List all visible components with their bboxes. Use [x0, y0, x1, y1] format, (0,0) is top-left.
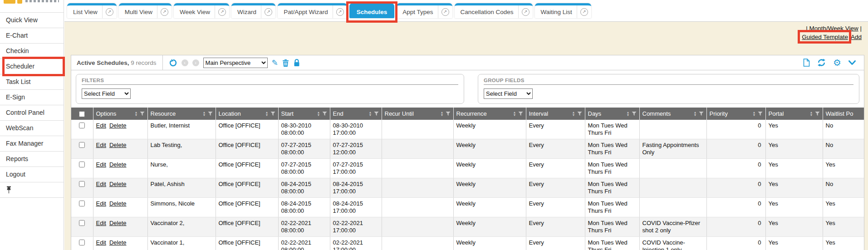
row-checkbox[interactable]: [79, 123, 85, 128]
row-checkbox[interactable]: [79, 181, 85, 187]
perspective-select[interactable]: Main Perspective: [203, 58, 268, 68]
sort-icon[interactable]: ▲▼: [753, 111, 756, 116]
filter-funnel-icon[interactable]: [758, 111, 763, 116]
column-header-end[interactable]: End▲▼: [330, 108, 382, 120]
column-header-priority[interactable]: Priority▲▼: [706, 108, 765, 120]
sort-icon[interactable]: ▲▼: [572, 111, 575, 116]
filter-funnel-icon[interactable]: [446, 111, 451, 116]
sidebar-item-logout[interactable]: Logout: [0, 167, 64, 182]
delete-link[interactable]: Delete: [109, 142, 127, 148]
filter-funnel-icon[interactable]: [322, 111, 327, 116]
sort-icon[interactable]: ▲▼: [317, 111, 320, 116]
tab-pat-appt-wizard[interactable]: Pat/Appt Wizard↗: [278, 3, 347, 18]
column-header-resource[interactable]: Resource▲▼: [147, 108, 216, 120]
filter-funnel-icon[interactable]: [699, 111, 704, 116]
filter-funnel-icon[interactable]: [632, 111, 637, 116]
sidebar-item-fax-manager[interactable]: Fax Manager: [0, 136, 64, 152]
settings-button[interactable]: ⚙: [833, 59, 841, 67]
row-checkbox[interactable]: [79, 220, 85, 226]
delete-link[interactable]: Delete: [109, 122, 127, 129]
row-checkbox[interactable]: [79, 240, 85, 245]
sort-icon[interactable]: ▲▼: [810, 111, 813, 116]
open-new-window-button[interactable]: ↗: [577, 5, 591, 18]
sidebar-item-quick-view[interactable]: Quick View: [0, 13, 64, 28]
delete-link[interactable]: Delete: [109, 200, 127, 207]
sidebar-item-scheduler[interactable]: Scheduler: [0, 59, 64, 74]
lock-perspective-button[interactable]: [293, 59, 300, 67]
open-new-window-button[interactable]: ↗: [261, 5, 275, 18]
column-header-portal[interactable]: Portal▲▼: [765, 108, 823, 120]
edit-link[interactable]: Edit: [96, 200, 106, 207]
filter-funnel-icon[interactable]: [270, 111, 275, 116]
tab-cancellation-codes[interactable]: Cancellation Codes↗: [455, 3, 533, 18]
sidebar-item-reports[interactable]: Reports: [0, 152, 64, 167]
sidebar-item-checkin[interactable]: Checkin: [0, 44, 64, 59]
delete-link[interactable]: Delete: [109, 161, 127, 168]
refresh-button[interactable]: [817, 59, 826, 67]
tab-week-view[interactable]: Week View↗: [174, 3, 229, 18]
filter-funnel-icon[interactable]: [374, 111, 379, 116]
column-header-interval[interactable]: Interval▲▼: [526, 108, 585, 120]
open-new-window-button[interactable]: ↗: [215, 5, 229, 18]
edit-link[interactable]: Edit: [96, 142, 106, 148]
column-header-recurrence[interactable]: Recurrence▲▼: [453, 108, 526, 120]
select-all-checkbox[interactable]: [79, 111, 85, 117]
tab-list-view[interactable]: List View↗: [67, 3, 117, 18]
month-week-view-link[interactable]: Month/Week View: [809, 25, 858, 32]
previous-perspective-button[interactable]: ‹: [181, 59, 188, 66]
open-new-window-button[interactable]: ↗: [519, 5, 533, 18]
filters-field-select[interactable]: Select Field: [82, 88, 131, 99]
delete-perspective-button[interactable]: [282, 59, 289, 67]
filter-funnel-icon[interactable]: [208, 111, 213, 116]
sidebar-pin-button[interactable]: [0, 182, 64, 198]
sort-icon[interactable]: ▲▼: [694, 111, 697, 116]
row-checkbox[interactable]: [79, 142, 85, 148]
edit-link[interactable]: Edit: [96, 122, 106, 129]
delete-link[interactable]: Delete: [109, 239, 127, 246]
filter-funnel-icon[interactable]: [815, 111, 820, 116]
sort-icon[interactable]: ▲▼: [265, 111, 269, 116]
edit-perspective-button[interactable]: ✎: [272, 58, 278, 67]
tab-appt-types[interactable]: Appt Types↗: [397, 3, 452, 18]
column-header-start[interactable]: Start▲▼: [278, 108, 330, 120]
edit-link[interactable]: Edit: [96, 220, 106, 226]
filter-funnel-icon[interactable]: [518, 111, 523, 116]
group-fields-field-select[interactable]: Select Field: [484, 88, 533, 99]
column-header-options[interactable]: Options▲▼: [93, 108, 147, 120]
open-new-window-button[interactable]: ↗: [157, 5, 172, 18]
sidebar-item-webscan[interactable]: WebScan: [0, 121, 64, 136]
row-checkbox[interactable]: [79, 162, 85, 167]
guided-template-link[interactable]: Guided Template: [802, 34, 848, 40]
filter-funnel-icon[interactable]: [577, 111, 582, 116]
open-new-window-button[interactable]: ↗: [438, 5, 452, 18]
tab-multi-view[interactable]: Multi View↗: [119, 3, 172, 18]
column-header-location[interactable]: Location▲▼: [216, 108, 278, 120]
delete-link[interactable]: Delete: [109, 220, 127, 226]
undo-button[interactable]: [169, 59, 177, 67]
sort-icon[interactable]: ▲▼: [369, 111, 372, 116]
column-header-recur-until[interactable]: Recur Until▲▼: [382, 108, 453, 120]
sort-icon[interactable]: ▲▼: [203, 111, 206, 116]
tab-wizard[interactable]: Wizard↗: [231, 3, 275, 18]
sort-icon[interactable]: ▲▼: [135, 111, 138, 116]
collapse-panel-button[interactable]: [848, 60, 856, 65]
sort-icon[interactable]: ▲▼: [513, 111, 516, 116]
sort-icon[interactable]: ▲▼: [627, 111, 630, 116]
new-document-button[interactable]: [803, 59, 810, 67]
sort-icon[interactable]: ▲▼: [441, 111, 444, 116]
column-header-days[interactable]: Days▲▼: [585, 108, 639, 120]
delete-link[interactable]: Delete: [109, 181, 127, 187]
tab-waiting-list[interactable]: Waiting List↗: [535, 3, 591, 18]
sidebar-item-control-panel[interactable]: Control Panel: [0, 105, 64, 121]
add-link[interactable]: Add: [851, 34, 862, 40]
open-new-window-button[interactable]: ↗: [103, 5, 117, 18]
sidebar-item-task-list[interactable]: Task List: [0, 74, 64, 90]
edit-link[interactable]: Edit: [96, 239, 106, 246]
sidebar-item-e-sign[interactable]: E-Sign: [0, 90, 64, 105]
column-header-waitlist-po[interactable]: Waitlist Po▲▼: [823, 108, 864, 120]
column-header-comments[interactable]: Comments▲▼: [639, 108, 706, 120]
open-new-window-button[interactable]: ↗: [333, 5, 347, 18]
sidebar-item-e-chart[interactable]: E-Chart: [0, 28, 64, 44]
next-perspective-button[interactable]: ›: [192, 59, 199, 66]
edit-link[interactable]: Edit: [96, 181, 106, 187]
